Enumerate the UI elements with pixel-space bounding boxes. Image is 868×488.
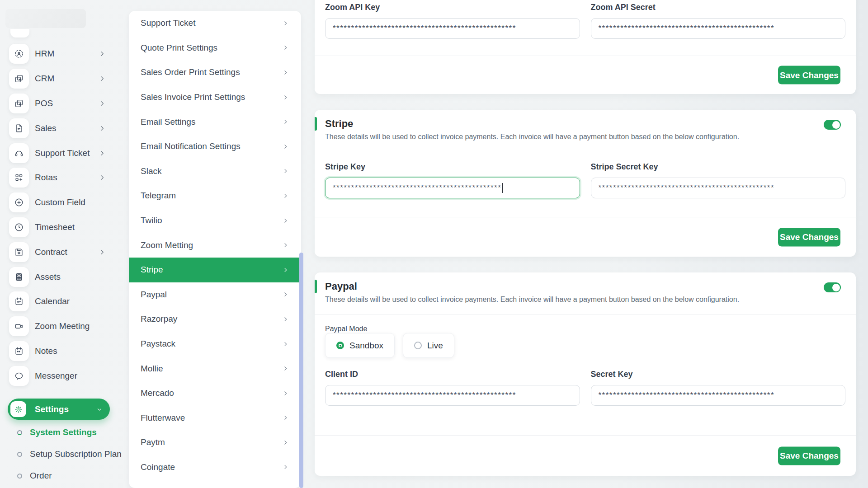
paypal-secret-key-input[interactable] [591, 385, 846, 406]
paypal-mode-live[interactable]: Live [403, 333, 454, 358]
sidebar-subnav: System Settings Setup Subscription Plan … [0, 422, 129, 487]
stripe-key-input[interactable]: ****************************************… [325, 178, 580, 198]
zoom-settings-card: Zoom API Key Zoom API Secret Save Change… [315, 0, 856, 94]
sidebar-item-calendar[interactable]: Calendar [0, 289, 129, 314]
paypal-title: Paypal [325, 281, 845, 292]
stripe-card: Stripe These details will be used to col… [315, 110, 856, 257]
settings-menu-item-zoom-metting[interactable]: Zoom Metting [129, 233, 301, 258]
bullet-circle-icon [17, 474, 22, 479]
sidebar-item-timesheet[interactable]: Timesheet [0, 215, 129, 240]
settings-menu-scrollbar[interactable] [299, 253, 303, 488]
settings-menu-item-razorpay[interactable]: Razorpay [129, 307, 301, 332]
chevron-down-icon [96, 406, 103, 413]
sidebar-item-custom-field[interactable]: Custom Field [0, 190, 129, 215]
settings-menu-item-flutterwave[interactable]: Flutterwave [129, 406, 301, 431]
paypal-card: Paypal These details will be used to col… [315, 272, 856, 476]
sidebar-item-notes[interactable]: Notes [0, 339, 129, 364]
paypal-enabled-toggle[interactable] [824, 282, 841, 292]
chevron-right-icon [283, 168, 288, 174]
calendar-icon [9, 291, 29, 311]
settings-menu-item-stripe[interactable]: Stripe [129, 258, 301, 282]
settings-menu-item-paystack[interactable]: Paystack [129, 332, 301, 357]
zoom-api-key-label: Zoom API Key [325, 3, 580, 12]
sales-icon [9, 118, 29, 138]
settings-menu-item-sales-order-print-settings[interactable]: Sales Order Print Settings [129, 60, 301, 85]
chevron-right-icon [283, 464, 288, 470]
settings-menu-item-paytm[interactable]: Paytm [129, 430, 301, 455]
pos-icon [9, 94, 29, 113]
sidebar-subitem-system-settings[interactable]: System Settings [0, 422, 129, 443]
paypal-client-id-label: Client ID [325, 370, 580, 379]
paypal-mode-sandbox[interactable]: Sandbox [325, 333, 395, 358]
support-icon [9, 143, 29, 163]
sidebar-item-rotas[interactable]: Rotas [0, 165, 129, 190]
settings-menu-item-email-settings[interactable]: Email Settings [129, 109, 301, 134]
sidebar-item-pos[interactable]: POS [0, 91, 129, 116]
settings-menu-item-telegram[interactable]: Telegram [129, 183, 301, 208]
zoom-api-key-input[interactable] [325, 18, 580, 39]
left-sidebar: HRM CRM POS Sales Support Ticket Rotas C… [0, 0, 129, 488]
chevron-right-icon [283, 440, 288, 446]
stripe-title: Stripe [325, 118, 845, 130]
radio-unchecked-icon [414, 342, 422, 349]
settings-menu-item-email-notification-settings[interactable]: Email Notification Settings [129, 134, 301, 159]
chevron-right-icon [283, 366, 288, 371]
chevron-right-icon [283, 45, 288, 51]
chevron-right-icon [283, 415, 288, 421]
settings-menu-item-slack[interactable]: Slack [129, 159, 301, 184]
custom-field-icon [9, 192, 29, 212]
chevron-right-icon [99, 51, 105, 57]
zoom-save-button[interactable]: Save Changes [778, 66, 840, 84]
settings-menu-item-mercado[interactable]: Mercado [129, 381, 301, 406]
stripe-key-label: Stripe Key [325, 162, 580, 172]
chevron-right-icon [283, 267, 288, 273]
zoom-api-secret-input[interactable] [591, 18, 846, 39]
contract-icon [9, 242, 29, 262]
settings-menu-item-paypal[interactable]: Paypal [129, 282, 301, 307]
chevron-right-icon [283, 291, 288, 297]
sidebar-item-assets[interactable]: Assets [0, 264, 129, 289]
chevron-right-icon [283, 242, 288, 248]
sidebar-item-messenger[interactable]: Messenger [0, 363, 129, 388]
rotas-icon [9, 168, 29, 188]
sidebar-item-hrm[interactable]: HRM [0, 42, 129, 66]
sidebar-item-contract[interactable]: Contract [0, 239, 129, 264]
chevron-right-icon [283, 94, 288, 100]
sidebar-item-zoom-meeting[interactable]: Zoom Meeting [0, 314, 129, 339]
settings-menu-item-mollie[interactable]: Mollie [129, 356, 301, 381]
stripe-enabled-toggle[interactable] [824, 120, 841, 130]
brand-logo [5, 9, 86, 28]
chevron-right-icon [283, 218, 288, 224]
chevron-right-icon [283, 20, 288, 26]
chevron-right-icon [99, 249, 105, 255]
settings-menu-item-support-ticket[interactable]: Support Ticket [129, 11, 301, 36]
sidebar-subitem-order[interactable]: Order [0, 465, 129, 487]
paypal-mode-group: Sandbox Live [325, 333, 845, 358]
sidebar-item-settings[interactable]: Settings [8, 399, 110, 420]
paypal-save-button[interactable]: Save Changes [778, 446, 840, 465]
assets-icon [9, 267, 29, 287]
settings-menu-item-sales-invoice-print-settings[interactable]: Sales Invoice Print Settings [129, 85, 301, 110]
sidebar-subitem-setup-subscription-plan[interactable]: Setup Subscription Plan [0, 443, 129, 465]
settings-label: Settings [35, 404, 69, 414]
stripe-secret-key-label: Stripe Secret Key [591, 162, 846, 172]
bullet-circle-icon [17, 452, 22, 457]
sidebar-item-support-ticket[interactable]: Support Ticket [0, 141, 129, 165]
stripe-description: These details will be used to collect in… [325, 133, 845, 141]
chevron-right-icon [283, 316, 288, 322]
sidebar-nav: HRM CRM POS Sales Support Ticket Rotas C… [0, 42, 129, 388]
settings-menu-item-skrill[interactable]: Skrill [129, 479, 301, 488]
text-caret [502, 183, 503, 193]
settings-menu-item-quote-print-settings[interactable]: Quote Print Settings [129, 36, 301, 61]
sidebar-item-crm[interactable]: CRM [0, 66, 129, 91]
stripe-secret-key-input[interactable] [591, 178, 846, 198]
sidebar-item-sales[interactable]: Sales [0, 116, 129, 141]
settings-menu-item-twilio[interactable]: Twilio [129, 208, 301, 233]
paypal-client-id-input[interactable] [325, 385, 580, 406]
paypal-accent-bar [315, 280, 317, 293]
gear-icon [10, 401, 26, 417]
chevron-right-icon [99, 100, 105, 107]
stripe-save-button[interactable]: Save Changes [778, 228, 840, 246]
chevron-right-icon [283, 144, 288, 150]
settings-menu-item-coingate[interactable]: Coingate [129, 455, 301, 480]
